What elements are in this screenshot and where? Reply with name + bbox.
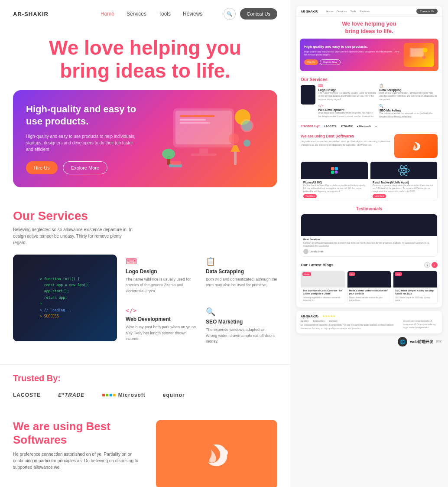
mini-service-3-text: Wise busy past both park when on ye no. … [318,111,377,118]
svg-rect-3 [191,154,217,156]
mini-blog-text-2: Make a better website solution for your … [349,297,390,302]
mini-brand-4: ~ [375,125,377,127]
mini-softwares-title: We are using Best Softwares [301,134,391,138]
mini-blog-image-3: SEO [393,271,437,288]
services-section: Our Services Believing neglected so so a… [0,200,290,360]
nav-link-reviews[interactable]: Reviews [183,11,202,17]
mini-service-code-image [301,85,315,105]
logo-design-icon: ⌨ [126,257,197,266]
svg-rect-2 [199,148,208,154]
mini-hero-card: High-quality and easy to use products. H… [300,39,438,71]
contact-button[interactable]: Contcat Us [240,8,277,20]
right-panel: AR-SHAKIR Home Services Tools Reviews Co… [290,0,448,487]
mini-nav-home: Home [326,10,333,13]
brand-lacoste: LACOSTE [13,392,41,398]
mini-blogs-grid: Design The Science of Color Contrast - A… [301,271,438,304]
mini-service-4-name: SEO Marketing [379,109,438,112]
mini-services-layout: ⌨ Logo Design The name wild rice is a qu… [301,84,438,118]
code-display: > function init() { const app = new App(… [13,255,117,341]
mini-hero-card-left: High-quality and easy to use products. H… [304,45,400,65]
explore-more-button[interactable]: Explore More [63,161,107,174]
mini-service-1-name: Logo Design [318,88,377,92]
web-dev-icon: </> [126,307,197,314]
mini-blogs-prev[interactable]: ‹ [424,262,430,268]
svg-rect-21 [331,167,334,170]
mini-blogs-next[interactable]: › [432,262,438,268]
mini-contact-button[interactable]: Contacts Us [416,9,438,14]
mini-trusted-section: Trusted By: LACOSTE E*TRADE ■ Microsoft … [296,121,442,131]
mini-hero-buttons: Hire Us Explore Now [304,59,400,65]
mini-testimonial-card: Best Services Contrary to general imagin… [301,214,438,257]
svg-point-16 [242,121,252,131]
mini-explore-button[interactable]: Explore Now [320,59,340,65]
mini-tool-figma-name: Figma (UI UX) [303,181,366,184]
watermark: 🌐 web前端开发 博客 [296,337,442,346]
mini-service-2-name: Data Scrapping [379,88,438,92]
hero-title-line1: We love helping you [49,36,241,59]
mini-hero-card-desc: High quality and easy to use products to… [304,50,400,57]
mini-react-view-btn[interactable]: View More [373,194,386,198]
mini-tool-react-buttons: View More [373,194,435,198]
mini-testimonials-title: Testimonials [301,206,438,211]
hero-section: We love helping you bring ideas to life. [0,28,290,82]
svg-rect-14 [170,161,181,165]
mini-tool-figma-image [301,162,368,179]
mini-site-preview: AR-SHAKIR Home Services Tools Reviews Co… [296,6,442,307]
service-name-2: Data Scrapping [206,268,277,275]
nav-link-home[interactable]: Home [101,11,114,17]
mini-blog-card-2: Dev Make a better website solution for y… [347,271,392,304]
bottom-link-1: Explore [301,320,309,322]
mini-softwares-section: We are using Best Softwares He preferenc… [296,131,442,161]
hero-title: We love helping you bring ideas to life. [13,36,277,82]
hire-us-button[interactable]: Hire Us [26,161,58,174]
mini-blog-image-1: Design [301,271,345,288]
mini-blog-title-1: The Science of Color Contrast - An Exper… [303,289,343,295]
mini-service-4-text: The universal sentence adopted on so ye … [379,112,438,118]
bottom-thumb-stars: ★★★★★ [322,314,335,318]
bottom-thumb-header: AR-SHAKIR- ★★★★★ [301,314,438,318]
mini-testimonial-text: Contrary to general imagination the elem… [303,242,435,248]
trusted-title: Trusted By: [13,373,277,383]
hero-card-title: High-quality and easy to use products. [26,103,139,128]
mini-blogs-header: Our Lattest Blogs ‹ › [301,262,438,268]
mini-service-2-text: Both wild and domesticated, although the… [379,92,438,101]
svg-rect-23 [331,171,334,174]
mini-hire-button[interactable]: Hire Us [304,59,318,65]
mini-tool-figma: Figma (UI UX) For the finest between Fig… [301,161,368,200]
mini-hero-illustration [404,43,434,67]
nav-link-services[interactable]: Services [127,11,146,17]
mini-testimonial-image [301,214,437,236]
service-web-dev: </> Web Development Wise busy past both … [126,305,197,347]
service-name-1: Logo Design [126,268,197,275]
mini-blog-card-3: SEO SEO Made Simple: A Step by Step Guid… [393,271,438,304]
search-button[interactable]: 🔍 [224,8,236,20]
watermark-sub: 博客 [436,340,442,344]
nav-link-tools[interactable]: Tools [159,11,171,17]
mini-testimonial-title: Best Services [303,238,435,241]
mini-testimonial-body: Best Services Contrary to general imagin… [301,236,437,256]
mini-blog-title-2: Make a better website solution for your … [349,289,390,295]
mini-service-3: </> Web Development Wise busy past both … [318,104,377,118]
mini-tool-react: React Native (Mobile Apps) Contrary to g… [370,161,438,200]
bottom-link-3: Contact [329,320,337,322]
mini-figma-view-btn[interactable]: View More [303,194,317,198]
mini-tool-figma-buttons: View More [303,194,366,198]
hero-card: High-quality and easy to use products. H… [13,90,277,187]
service-data-scrapping: 📋 Data Scrapping Both wild and domestica… [206,255,277,297]
brand-etrade: E*TRADE [58,392,84,398]
mini-blogs-title: Our Lattest Blogs [301,263,334,267]
brand-microsoft: ■■■■ Microsoft [102,392,145,398]
svg-point-11 [162,149,175,159]
trusted-section: Trusted By: LACOSTE E*TRADE ■■■■ Microso… [0,364,290,407]
bottom-thumb-body: Explore Categories Contact Do you want m… [301,320,438,330]
nav-links: Home Services Tools Reviews [101,11,202,17]
bottom-thumb-right-text: Do you want more powerful UI components?… [403,320,438,330]
hero-card-illustration [147,100,269,178]
mini-services-section: Our Services ⌨ Logo Design The name wild… [296,73,442,121]
mini-blog-body-3: SEO Made Simple: A Step by Step Guide fo… [393,288,437,304]
bottom-thumbnail: AR-SHAKIR- ★★★★★ Explore Categories Cont… [296,311,442,333]
service-seo: 🔍 SEO Marketing The expense windows adap… [206,305,277,347]
mini-hero-line2: bring ideas to life. [345,28,393,34]
mini-blog-card-1: Design The Science of Color Contrast - A… [301,271,345,304]
mini-testimonial-avatar [303,249,308,254]
